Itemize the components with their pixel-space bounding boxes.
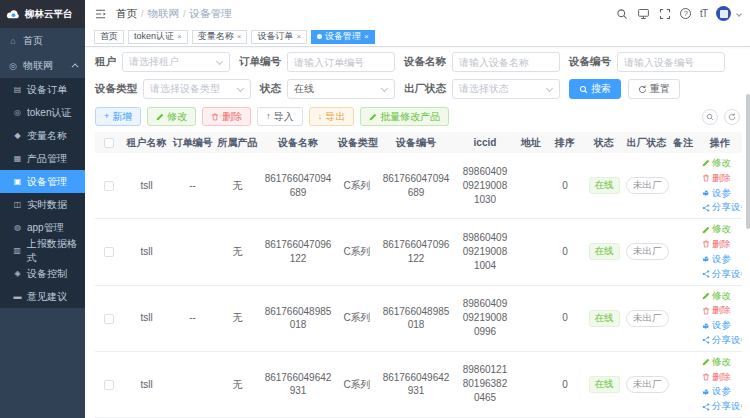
tab[interactable]: 设备订单 × (251, 30, 307, 44)
row-share-device-link[interactable]: 分享设备 (702, 268, 742, 281)
trash-icon (702, 307, 710, 315)
batch-edit-product-button[interactable]: 批量修改产品 (360, 107, 449, 126)
remark-cell (669, 153, 697, 219)
row-set-params-link[interactable]: 设参 (702, 187, 731, 200)
iccid-cell: 89860409092190081030 (454, 153, 516, 219)
search-button[interactable]: 搜索 (569, 79, 621, 99)
plus-icon: + (104, 112, 109, 121)
tab[interactable]: 变量名称 × (192, 30, 248, 44)
row-delete-link[interactable]: 删除 (702, 172, 731, 185)
share-icon (702, 270, 710, 278)
device-name-input[interactable] (452, 52, 560, 72)
close-icon[interactable]: × (296, 33, 301, 41)
breadcrumb-item[interactable]: 首页 (116, 7, 137, 21)
toggle-search-button[interactable] (702, 109, 718, 125)
row-set-params-link[interactable]: 设参 (702, 319, 731, 332)
tab[interactable]: 首页 (94, 30, 124, 44)
order-no-input[interactable] (287, 52, 395, 72)
tenant-cell: tsll (123, 153, 170, 219)
import-button[interactable]: ↑ 导入 (257, 107, 303, 126)
row-checkbox[interactable] (104, 247, 114, 257)
search-icon[interactable] (616, 8, 628, 20)
row-checkbox[interactable] (104, 380, 114, 390)
device-name-label: 设备名称 (404, 55, 446, 69)
row-select-cell (95, 351, 123, 417)
row-share-device-link[interactable]: 分享设备 (702, 400, 742, 413)
sidebar-subitem[interactable]: ◎ token认证 (0, 101, 85, 124)
iot-icon: ◎ (8, 61, 18, 71)
row-delete-link[interactable]: 删除 (702, 304, 731, 317)
sidebar-subitem[interactable]: ◫ 实时数据 (0, 193, 85, 216)
order-no-cell (170, 351, 215, 417)
factory-status-badge: 未出厂 (626, 310, 669, 327)
status-select[interactable]: 在线 (287, 79, 395, 99)
sidebar-item-home[interactable]: ⌂ 首页 (0, 28, 85, 53)
row-share-device-link[interactable]: 分享设备 (702, 334, 742, 347)
row-delete-link[interactable]: 删除 (702, 371, 731, 384)
row-checkbox[interactable] (104, 314, 114, 324)
help-icon[interactable]: ? (680, 8, 691, 19)
close-icon[interactable]: × (177, 33, 182, 41)
reset-button[interactable]: 重置 (628, 79, 680, 99)
close-icon[interactable]: × (364, 33, 369, 41)
main-area: 首页/物联网/设备管理 ? tT 首页 tok (85, 0, 750, 418)
status-badge: 在线 (589, 243, 620, 260)
row-edit-link[interactable]: 修改 (702, 223, 731, 236)
sidebar-group-iot[interactable]: ◎ 物联网 (0, 53, 85, 78)
column-header: 地址 (516, 132, 546, 153)
export-button[interactable]: ↓ 导出 (309, 107, 355, 126)
tab[interactable]: token认证 × (128, 30, 188, 44)
close-icon[interactable]: × (237, 33, 242, 41)
tenant-select[interactable]: 请选择租户 (122, 52, 230, 72)
order-no-label: 订单编号 (239, 55, 281, 69)
sidebar-subitem[interactable]: ▦ 产品管理 (0, 147, 85, 170)
breadcrumb: 首页/物联网/设备管理 (116, 7, 232, 21)
row-edit-link[interactable]: 修改 (702, 157, 731, 170)
row-share-device-link[interactable]: 分享设备 (702, 201, 742, 214)
tab[interactable]: 设备管理 × (311, 30, 375, 44)
user-avatar[interactable] (716, 6, 731, 21)
device-no-input[interactable] (617, 52, 725, 72)
sidebar-subitem[interactable]: ▥ 上报数据格式 (0, 239, 85, 262)
collapse-sidebar-icon[interactable] (94, 8, 107, 20)
scrollbar-thumb[interactable] (746, 94, 750, 229)
app-logo[interactable]: 柳林云平台 (0, 0, 85, 28)
layout-size-icon[interactable] (637, 8, 650, 20)
delete-button[interactable]: 删除 (202, 107, 251, 126)
row-delete-link[interactable]: 删除 (702, 238, 731, 251)
select-all-checkbox[interactable] (104, 138, 114, 148)
sidebar-subitem[interactable]: ◈ 设备控制 (0, 262, 85, 285)
row-edit-link[interactable]: 修改 (702, 290, 731, 303)
row-set-params-link[interactable]: 设参 (702, 385, 731, 398)
sort-cell: 0 (546, 285, 584, 351)
sidebar-subitem[interactable]: ▣ 设备管理 (0, 170, 85, 193)
table-row: tsll 无 861766049642931 C系列 8617660496429… (95, 351, 742, 417)
filter-order-no: 订单编号 (239, 52, 395, 72)
row-select-cell (95, 285, 123, 351)
edit-button[interactable]: 修改 (147, 107, 196, 126)
row-edit-link[interactable]: 修改 (702, 356, 731, 369)
user-menu-caret-icon[interactable] (736, 11, 742, 17)
product-icon: ▦ (13, 154, 22, 163)
remark-cell (669, 351, 697, 417)
sidebar-subitem[interactable]: ▤ 设备订单 (0, 78, 85, 101)
row-set-params-link[interactable]: 设参 (702, 253, 731, 266)
breadcrumb-separator: / (183, 9, 186, 19)
operations-cell: 修改 删除 设参 分享设备 (697, 153, 742, 219)
navbar-actions: ? tT (616, 6, 741, 21)
font-size-icon[interactable]: tT (700, 8, 707, 19)
breadcrumb-item: 设备管理 (190, 7, 232, 21)
add-button[interactable]: + 新增 (95, 107, 141, 126)
device-name-cell: 861766047094689 (260, 153, 336, 219)
factory-status-select[interactable]: 请选择状态 (452, 79, 560, 99)
refresh-table-button[interactable] (724, 109, 740, 125)
sidebar-subitem[interactable]: ◆ 变量名称 (0, 124, 85, 147)
sort-cell: 0 (546, 153, 584, 219)
token-icon: ◎ (13, 108, 22, 117)
fullscreen-icon[interactable] (659, 8, 671, 20)
sidebar-subitem[interactable]: ▬ 意见建议 (0, 285, 85, 308)
top-navbar: 首页/物联网/设备管理 ? tT (85, 0, 750, 27)
device-type-select[interactable]: 请选择设备类型 (143, 79, 251, 99)
row-select-cell (95, 219, 123, 285)
row-checkbox[interactable] (104, 181, 114, 191)
